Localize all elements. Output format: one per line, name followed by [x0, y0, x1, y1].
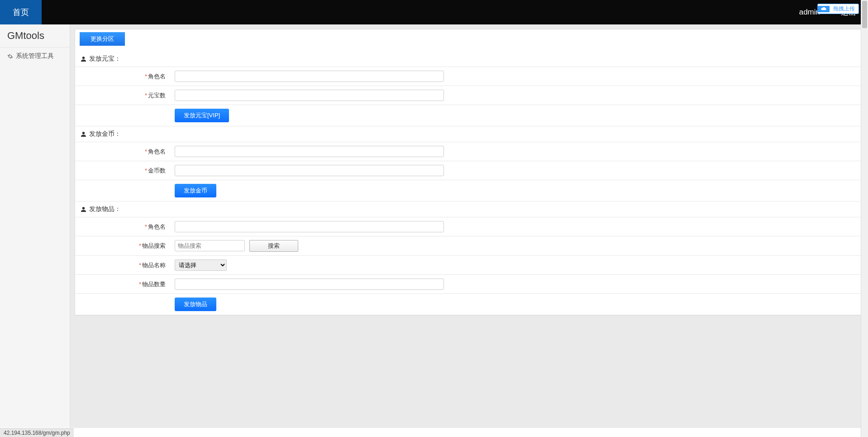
gold-submit-button[interactable]: 发放金币: [175, 184, 216, 197]
item-name-select[interactable]: 请选择: [175, 259, 227, 271]
section-item-header: 发放物品：: [75, 202, 863, 217]
item-role-input[interactable]: [175, 221, 444, 232]
item-submit-button[interactable]: 发放物品: [175, 298, 216, 311]
sidebar-item-system-tools[interactable]: 系统管理工具: [0, 48, 70, 65]
yuanbao-amount-label: 元宝数: [148, 92, 166, 99]
gold-amount-label: 金币数: [148, 167, 166, 174]
item-qty-label: 物品数量: [142, 281, 166, 288]
user-icon: [81, 131, 86, 137]
sidebar-logo: GMtools: [0, 24, 70, 48]
gold-form: *角色名 *金币数 发放金币: [75, 142, 863, 202]
switch-zone-button[interactable]: 更换分区: [80, 32, 125, 46]
gold-role-label: 角色名: [148, 148, 166, 155]
item-name-label: 物品名称: [142, 262, 166, 269]
item-form: *角色名 *物品搜索 搜索 *物品名称 请选择: [75, 217, 863, 315]
yuanbao-amount-input[interactable]: [175, 90, 444, 101]
yuanbao-role-input[interactable]: [175, 71, 444, 82]
item-search-label: 物品搜索: [142, 242, 166, 249]
gear-icon: [7, 53, 13, 59]
gold-role-input[interactable]: [175, 146, 444, 157]
nav-home-label: 首页: [13, 7, 29, 18]
section-yuanbao-title: 发放元宝：: [89, 55, 121, 63]
item-qty-input[interactable]: [175, 279, 444, 290]
nav-home[interactable]: 首页: [0, 0, 42, 24]
item-search-button[interactable]: 搜索: [249, 240, 298, 252]
section-item-title: 发放物品：: [89, 205, 121, 213]
sidebar: GMtools 系统管理工具: [0, 24, 70, 428]
content-panel: 更换分区 发放元宝： *角色名 *元宝数 发放元宝[VIP]: [75, 29, 863, 316]
item-search-input[interactable]: [175, 240, 245, 251]
yuanbao-role-label: 角色名: [148, 73, 166, 80]
sidebar-item-label: 系统管理工具: [16, 52, 54, 60]
item-role-label: 角色名: [148, 223, 166, 230]
top-nav: 首页 admin 退出: [0, 0, 868, 24]
cloud-icon: [818, 6, 830, 12]
section-gold-title: 发放金币：: [89, 130, 121, 138]
user-icon: [81, 206, 86, 212]
gold-amount-input[interactable]: [175, 165, 444, 176]
upload-badge-text: 拖拽上传: [830, 4, 858, 14]
yuanbao-submit-button[interactable]: 发放元宝[VIP]: [175, 109, 229, 122]
content-area: 更换分区 发放元宝： *角色名 *元宝数 发放元宝[VIP]: [70, 24, 868, 428]
section-gold-header: 发放金币：: [75, 126, 863, 142]
yuanbao-form: *角色名 *元宝数 发放元宝[VIP]: [75, 67, 863, 126]
user-icon: [81, 56, 86, 62]
scrollbar[interactable]: [861, 0, 868, 428]
scrollbar-thumb[interactable]: [862, 1, 867, 28]
section-yuanbao-header: 发放元宝：: [75, 51, 863, 67]
upload-badge[interactable]: 拖拽上传: [817, 4, 859, 14]
